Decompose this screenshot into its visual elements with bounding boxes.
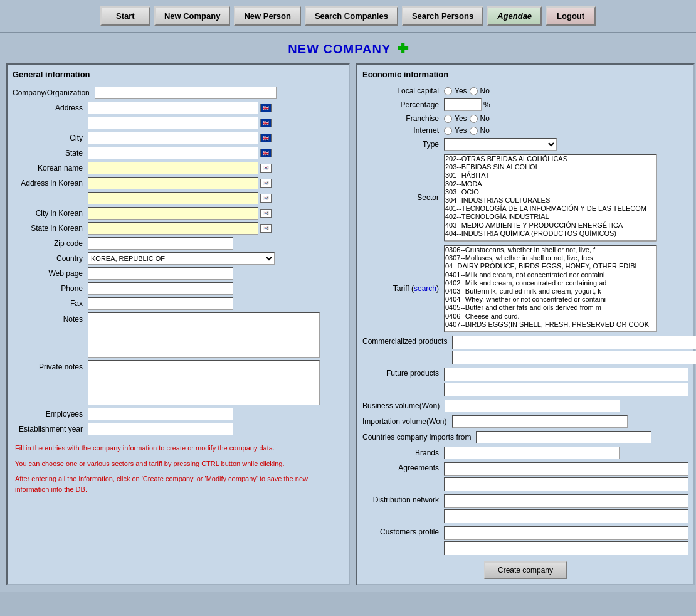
kr-flag-icon-addr2[interactable]: 🇰🇷 [260, 194, 272, 203]
customers-textarea-1[interactable] [444, 526, 688, 540]
notes-textarea[interactable] [88, 312, 320, 358]
create-company-button[interactable]: Create company [484, 561, 567, 579]
state-input[interactable] [88, 147, 258, 159]
comm-products-textarea-2[interactable] [452, 351, 696, 364]
countries-imports-row: Countries company imports from [362, 431, 688, 443]
brands-input[interactable] [444, 447, 620, 459]
agreements-textarea-1[interactable] [444, 462, 688, 476]
logout-button[interactable]: Logout [546, 6, 596, 26]
agendae-button[interactable]: Agendae [487, 6, 542, 26]
top-navigation: Start New Company New Person Search Comp… [0, 0, 696, 33]
local-capital-yes-radio[interactable] [444, 87, 452, 95]
address-input-2[interactable] [88, 117, 258, 129]
country-row: Country KOREA, REPUBLIC OF [13, 252, 344, 265]
distribution-textarea-1[interactable] [444, 494, 688, 508]
sector-label: Sector [362, 193, 444, 202]
type-row: Type [362, 138, 688, 151]
korean-name-input[interactable] [88, 162, 258, 174]
private-notes-textarea[interactable] [88, 360, 320, 405]
customers-row: Customers profile [362, 526, 688, 555]
webpage-input[interactable] [88, 267, 233, 280]
distribution-textarea-2[interactable] [444, 509, 688, 523]
info-section: Fill in the entries with the company inf… [13, 438, 344, 502]
local-capital-label: Local capital [362, 87, 444, 95]
percentage-row: Percentage % [362, 98, 688, 111]
address-korean-row-1: Address in Korean 🇰🇷 [13, 177, 344, 189]
internet-radio-group: Yes No [444, 126, 490, 135]
fill-info-text: Fill in the entries with the company inf… [15, 443, 341, 454]
address-korean-input-2[interactable] [88, 192, 258, 204]
local-capital-no-radio[interactable] [470, 87, 478, 95]
type-select[interactable] [444, 138, 557, 151]
uk-flag-icon-state[interactable]: 🇬🇧 [260, 149, 272, 157]
country-label: Country [13, 254, 88, 263]
address-input-1[interactable] [88, 102, 258, 114]
customers-textarea-2[interactable] [444, 541, 688, 555]
agreements-textarea-2[interactable] [444, 477, 688, 491]
phone-label: Phone [13, 284, 88, 293]
sector-row: Sector 202--OTRAS BEBIDAS ALCOHÓLICAS203… [362, 154, 688, 242]
establishment-year-input[interactable] [88, 423, 233, 435]
future-products-label: Future products [362, 368, 444, 378]
phone-input[interactable] [88, 282, 233, 295]
uk-flag-icon-city[interactable]: 🇬🇧 [260, 134, 272, 142]
percentage-label: Percentage [362, 100, 444, 109]
country-select[interactable]: KOREA, REPUBLIC OF [88, 252, 275, 265]
tariff-close: ) [436, 284, 439, 293]
start-button[interactable]: Start [100, 6, 150, 26]
type-label: Type [362, 140, 444, 149]
franchise-yes-radio[interactable] [444, 115, 452, 123]
internet-yes-radio[interactable] [444, 127, 452, 135]
franchise-no-label: No [480, 114, 490, 123]
employees-input[interactable] [88, 408, 233, 420]
tariff-search-link[interactable]: search [414, 284, 436, 293]
main-content: General information Company/Organization… [0, 63, 696, 592]
internet-label: Internet [362, 126, 444, 135]
business-volume-input[interactable] [445, 400, 620, 412]
future-products-textarea-2[interactable] [444, 383, 688, 396]
address-korean-input-1[interactable] [88, 177, 258, 189]
countries-imports-input[interactable] [476, 431, 651, 443]
comm-products-textarea-1[interactable] [452, 336, 696, 349]
sector-listbox[interactable]: 202--OTRAS BEBIDAS ALCOHÓLICAS203--BEBID… [444, 154, 657, 242]
fax-label: Fax [13, 299, 88, 308]
internet-no-radio[interactable] [470, 127, 478, 135]
fax-input[interactable] [88, 297, 233, 310]
state-korean-input[interactable] [88, 222, 258, 235]
webpage-row: Web page [13, 267, 344, 280]
comm-products-label: Commercialized products [362, 336, 452, 346]
search-companies-button[interactable]: Search Companies [305, 6, 398, 26]
tariff-row: Tariff (search) 0306--Crustaceans, wheth… [362, 245, 688, 332]
internet-yes-label: Yes [455, 126, 467, 135]
new-person-button[interactable]: New Person [234, 6, 300, 26]
address-row-2: 🇬🇧 [13, 117, 344, 129]
local-capital-radio-group: Yes No [444, 87, 490, 95]
future-products-textarea-1[interactable] [444, 368, 688, 381]
kr-flag-icon-state[interactable]: 🇰🇷 [260, 224, 272, 233]
city-input[interactable] [88, 132, 258, 144]
new-company-button[interactable]: New Company [154, 6, 231, 26]
establishment-row: Establishment year [13, 423, 344, 435]
importation-volume-row: Importation volume(Won) [362, 415, 688, 428]
brands-row: Brands [362, 447, 688, 459]
city-korean-input[interactable] [88, 207, 258, 220]
notes-label: Notes [13, 312, 88, 324]
page-title-bar: NEW COMPANY ✚ [0, 33, 696, 63]
percentage-input[interactable] [444, 98, 482, 111]
zip-input[interactable] [88, 237, 233, 250]
brands-label: Brands [362, 449, 444, 457]
search-persons-button[interactable]: Search Persons [402, 6, 483, 26]
uk-flag-icon-1[interactable]: 🇬🇧 [260, 104, 272, 112]
franchise-no-radio[interactable] [470, 115, 478, 123]
importation-volume-input[interactable] [452, 415, 628, 428]
uk-flag-icon-2[interactable]: 🇬🇧 [260, 119, 272, 127]
countries-imports-label: Countries company imports from [362, 433, 476, 442]
kr-flag-icon-name[interactable]: 🇰🇷 [260, 164, 272, 173]
tariff-listbox[interactable]: 0306--Crustaceans, whether in shell or n… [444, 245, 657, 332]
address-korean-label: Address in Korean [13, 179, 88, 188]
company-input[interactable] [95, 87, 277, 99]
after-info-text: After entering all the information, clic… [15, 474, 341, 494]
kr-flag-icon-city[interactable]: 🇰🇷 [260, 209, 272, 218]
kr-flag-icon-addr1[interactable]: 🇰🇷 [260, 179, 272, 188]
state-korean-label: State in Korean [13, 224, 88, 233]
